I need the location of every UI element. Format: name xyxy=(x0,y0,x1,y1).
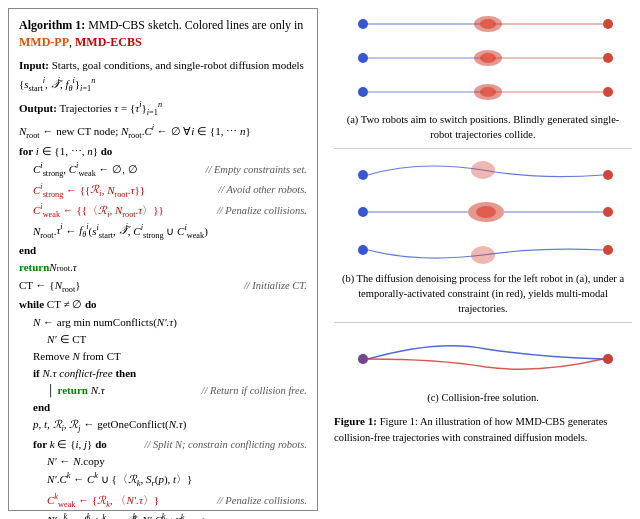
output-section: Output: Trajectories τ = {τi}i=1n xyxy=(19,98,307,119)
figure-c-svg xyxy=(338,329,628,389)
divider-a-b xyxy=(334,148,632,149)
input-label: Input: xyxy=(19,59,49,71)
line-get-conflict: p, t, ℛi, ℛj ← getOneConflict(N.τ) xyxy=(19,416,307,436)
comment-return-cf: // Return if collision free. xyxy=(196,383,307,399)
figure-a-svg xyxy=(338,6,628,111)
comment-empty: // Empty constraints set. xyxy=(200,162,308,178)
line-argmin: N ← arg min numConflicts(N′.τ) xyxy=(19,314,307,331)
svg-point-36 xyxy=(358,354,368,364)
svg-point-18 xyxy=(603,87,613,97)
line-return-nroot: return Nroot.τ xyxy=(19,259,307,276)
colored-note: Colored lines are only in xyxy=(185,18,304,32)
svg-point-6 xyxy=(603,19,613,29)
input-section: Input: Starts, goal conditions, and sing… xyxy=(19,57,307,96)
line-cstrong-empty: Cistrong, Ciweak ← ∅, ∅ // Empty constra… xyxy=(19,160,307,181)
svg-point-1 xyxy=(358,19,368,29)
algorithm-title: Algorithm 1: MMD-CBS sketch. Colored lin… xyxy=(19,17,307,51)
algorithm-label: Algorithm 1: xyxy=(19,18,85,32)
line-nroot-tau: Nroot.τi ← fθi(sistart, 𝒯i, Cistrong ∪ C… xyxy=(19,222,307,243)
figure-b-caption: (b) The diffusion denoising process for … xyxy=(338,272,628,316)
svg-point-28 xyxy=(603,207,613,217)
svg-point-30 xyxy=(471,246,495,264)
divider-b-c xyxy=(334,322,632,323)
line-ntau-update: N′.τk ← fkθ(skstart, 𝒯k, N′.Ck∪Ckweak) xyxy=(19,512,307,519)
line-remove-n: Remove N from CT xyxy=(19,348,307,365)
figures-panel: (a) Two robots aim to switch positions. … xyxy=(326,0,640,519)
svg-point-26 xyxy=(476,206,496,218)
figure-a-caption: (a) Two robots aim to switch positions. … xyxy=(338,113,628,142)
algorithm-name: MMD-CBS sketch. xyxy=(88,18,181,32)
svg-point-31 xyxy=(603,245,613,255)
figure-c-caption: (c) Collision-free solution. xyxy=(427,391,539,406)
figure-a: (a) Two robots aim to switch positions. … xyxy=(334,6,632,142)
line-for-i: for i ∈ {1, ⋯, n} do xyxy=(19,143,307,160)
svg-point-29 xyxy=(358,245,368,255)
svg-point-22 xyxy=(603,170,613,180)
svg-point-12 xyxy=(603,53,613,63)
figure-c: (c) Collision-free solution. xyxy=(334,329,632,406)
figure-b: (b) The diffusion denoising process for … xyxy=(334,155,632,316)
line-nprime-ct: N′ ∈ CT xyxy=(19,331,307,348)
line-cweak-penalize: Ciweak ← {{〈ℛi, Nroot.τ〉}} // Penalize c… xyxy=(19,201,307,222)
line-while: while CT ≠ ∅ do xyxy=(19,296,307,313)
line-end-for: end xyxy=(19,242,307,259)
line-cweak-update: Ckweak ← {ℛk, 〈N′.τ〉} // Penalize collis… xyxy=(19,491,307,512)
line-end-if: end xyxy=(19,399,307,416)
comment-avoid: // Avoid other robots. xyxy=(212,182,307,198)
comment-init-ct: // Initialize CT. xyxy=(238,278,307,294)
mmd-pp-label: MMD-PP xyxy=(19,35,69,49)
line-for-k: for k ∈ {i, j} do // Split N; constrain … xyxy=(19,436,307,453)
line-nroot-new: Nroot ← new CT node; Nroot.Ci ← ∅ ∀i ∈ {… xyxy=(19,122,307,143)
mmd-ecbs-label: MMD-ECBS xyxy=(75,35,142,49)
svg-point-13 xyxy=(358,87,368,97)
comment-penalize-2: // Penalize collisions. xyxy=(211,493,307,509)
comment-split: // Split N; constrain conflicting robots… xyxy=(139,437,307,453)
line-return-ntau: │ return N.τ // Return if collision free… xyxy=(19,382,307,399)
figure-main-caption: Figure 1: Figure 1: An illustration of h… xyxy=(334,414,632,445)
algorithm-box: Algorithm 1: MMD-CBS sketch. Colored lin… xyxy=(8,8,318,511)
figure-b-svg xyxy=(338,155,628,270)
line-ck-update: N′.Ck ← Ck ∪ {〈ℛk, Sr(p), t〉} xyxy=(19,470,307,491)
svg-point-35 xyxy=(603,354,613,364)
svg-point-20 xyxy=(358,170,368,180)
line-cstrong-avoid: Cistrong ← {{ℛi, Nroot.τ}} // Avoid othe… xyxy=(19,181,307,202)
comment-penalize-1: // Penalize collisions. xyxy=(211,203,307,219)
svg-point-21 xyxy=(471,161,495,179)
svg-point-23 xyxy=(358,207,368,217)
line-if-conflict-free: if N.τ conflict-free then xyxy=(19,365,307,382)
svg-point-7 xyxy=(358,53,368,63)
line-nprime-copy: N′ ← N.copy xyxy=(19,453,307,470)
line-ct-init: CT ← {Nroot} // Initialize CT. xyxy=(19,277,307,297)
algorithm-body: Nroot ← new CT node; Nroot.Ci ← ∅ ∀i ∈ {… xyxy=(19,122,307,519)
output-label: Output: xyxy=(19,102,57,114)
